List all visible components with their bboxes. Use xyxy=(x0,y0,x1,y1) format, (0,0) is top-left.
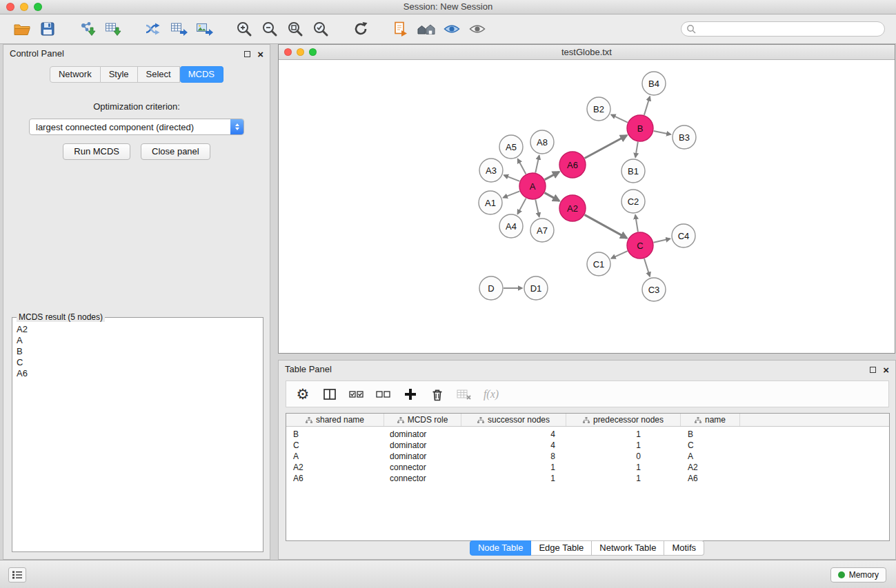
edge-A-A7[interactable] xyxy=(535,200,539,217)
zoom-in-button[interactable] xyxy=(233,18,255,40)
graph-node-A[interactable]: A xyxy=(519,173,546,199)
table-row[interactable]: A2connector11A2 xyxy=(286,462,889,473)
graph-node-C2[interactable]: C2 xyxy=(621,190,645,213)
edge-A-A2[interactable] xyxy=(545,193,559,201)
float-panel-icon[interactable] xyxy=(244,51,250,57)
column-header-predecessor-nodes[interactable]: predecessor nodes xyxy=(566,414,681,426)
edge-A-A8[interactable] xyxy=(535,156,539,173)
table-settings-gear-icon[interactable]: ⚙ xyxy=(295,386,311,403)
tab-edge-table[interactable]: Edge Table xyxy=(531,540,592,556)
maximize-window-button[interactable] xyxy=(34,3,42,11)
graph-node-A2[interactable]: A2 xyxy=(559,195,586,221)
edge-A-A5[interactable] xyxy=(518,159,526,174)
table-row[interactable]: Adominator80A xyxy=(286,451,889,462)
export-image-button[interactable] xyxy=(193,18,215,40)
graph-node-A1[interactable]: A1 xyxy=(479,191,502,214)
search-input[interactable] xyxy=(699,24,879,34)
export-table-button[interactable] xyxy=(168,18,190,40)
graph-node-B[interactable]: B xyxy=(627,115,653,141)
graph-minimize-button[interactable] xyxy=(297,48,304,56)
edge-A-A4[interactable] xyxy=(517,199,526,214)
edge-A-A6[interactable] xyxy=(545,172,559,179)
tab-network[interactable]: Network xyxy=(50,66,101,83)
column-header-successor-nodes[interactable]: successor nodes xyxy=(461,414,566,426)
delete-table-icon[interactable] xyxy=(456,386,472,403)
graph-node-A5[interactable]: A5 xyxy=(499,135,523,159)
import-table-from-file-button[interactable] xyxy=(102,18,124,40)
add-row-plus-icon[interactable] xyxy=(402,386,419,403)
edge-C-C3[interactable] xyxy=(644,258,650,276)
close-table-panel-icon[interactable]: × xyxy=(883,365,889,375)
graph-node-C4[interactable]: C4 xyxy=(672,224,695,247)
toolbar-search[interactable] xyxy=(681,21,885,37)
first-neighbors-button[interactable] xyxy=(415,18,437,40)
edge-B-B1[interactable] xyxy=(635,142,638,158)
graph-node-B2[interactable]: B2 xyxy=(587,97,610,121)
table-row[interactable]: Cdominator41C xyxy=(286,440,889,451)
graph-node-A7[interactable]: A7 xyxy=(530,219,554,242)
minimize-window-button[interactable] xyxy=(20,3,28,11)
edge-A2-C[interactable] xyxy=(585,215,627,239)
float-table-panel-icon[interactable] xyxy=(870,367,876,373)
memory-button[interactable]: Memory xyxy=(830,567,886,582)
refresh-layout-button[interactable] xyxy=(350,18,372,40)
graph-node-A8[interactable]: A8 xyxy=(530,130,554,154)
edge-C-C4[interactable] xyxy=(654,239,670,242)
export-network-button[interactable] xyxy=(142,18,164,40)
graph-node-A6[interactable]: A6 xyxy=(559,152,586,178)
style-details-button[interactable] xyxy=(441,18,463,40)
select-all-icon[interactable] xyxy=(348,386,365,403)
graph-node-A3[interactable]: A3 xyxy=(479,159,503,182)
zoom-fit-button[interactable] xyxy=(284,18,306,40)
column-header-shared-name[interactable]: shared name xyxy=(286,414,384,426)
show-panels-button[interactable] xyxy=(8,567,26,582)
network-canvas[interactable]: ABCA2A6A1A3A4A5A7A8B1B2B3B4C1C2C3C4DD1 xyxy=(279,60,895,353)
open-session-button[interactable] xyxy=(11,18,33,40)
edge-C-C1[interactable] xyxy=(611,251,628,258)
table-row[interactable]: Bdominator41B xyxy=(286,429,889,440)
graph-node-C3[interactable]: C3 xyxy=(642,278,666,301)
edge-A6-B[interactable] xyxy=(585,135,627,158)
zoom-selected-button[interactable] xyxy=(310,18,332,40)
edge-B-B4[interactable] xyxy=(644,97,650,115)
graph-node-C[interactable]: C xyxy=(627,232,653,258)
tab-node-table[interactable]: Node Table xyxy=(470,540,532,556)
column-header-name[interactable]: name xyxy=(681,414,740,426)
show-hide-button[interactable] xyxy=(466,18,488,40)
graph-maximize-button[interactable] xyxy=(309,48,317,56)
import-network-from-file-button[interactable] xyxy=(77,18,99,40)
close-panel-icon[interactable]: × xyxy=(257,49,263,59)
graph-node-B4[interactable]: B4 xyxy=(642,72,666,95)
criterion-dropdown[interactable]: largest connected component (directed) xyxy=(29,119,244,135)
save-session-button[interactable] xyxy=(37,18,59,40)
dropdown-stepper-icon[interactable] xyxy=(230,119,243,134)
table-row[interactable]: A6connector11A6 xyxy=(286,473,889,484)
tab-mcds[interactable]: MCDS xyxy=(180,66,223,83)
edge-A-A1[interactable] xyxy=(504,191,520,197)
show-columns-icon[interactable] xyxy=(321,386,338,403)
graph-node-D1[interactable]: D1 xyxy=(524,276,548,300)
run-mcds-button[interactable]: Run MCDS xyxy=(63,143,130,160)
edge-B-B2[interactable] xyxy=(611,114,628,122)
new-network-from-selection-button[interactable] xyxy=(390,18,412,40)
zoom-out-button[interactable] xyxy=(259,18,281,40)
tab-motifs[interactable]: Motifs xyxy=(664,540,704,556)
graph-node-D[interactable]: D xyxy=(479,276,503,300)
tab-network-table[interactable]: Network Table xyxy=(592,540,664,556)
edge-B-B3[interactable] xyxy=(654,131,671,134)
tab-select[interactable]: Select xyxy=(138,66,180,83)
function-builder-icon[interactable]: f(x) xyxy=(483,386,499,403)
graph-node-B1[interactable]: B1 xyxy=(621,159,645,183)
edge-C-C2[interactable] xyxy=(635,215,638,232)
graph-node-C1[interactable]: C1 xyxy=(587,252,610,276)
delete-rows-trash-icon[interactable] xyxy=(429,386,446,403)
edge-A-A3[interactable] xyxy=(504,175,520,181)
tab-style[interactable]: Style xyxy=(101,66,138,83)
deselect-all-icon[interactable] xyxy=(375,386,392,403)
graph-close-button[interactable] xyxy=(284,48,292,56)
close-panel-button[interactable]: Close panel xyxy=(141,143,210,160)
column-header-MCDS-role[interactable]: MCDS role xyxy=(384,414,461,426)
graph-node-B3[interactable]: B3 xyxy=(673,125,696,149)
graph-node-A4[interactable]: A4 xyxy=(499,214,523,238)
close-window-button[interactable] xyxy=(6,3,14,11)
